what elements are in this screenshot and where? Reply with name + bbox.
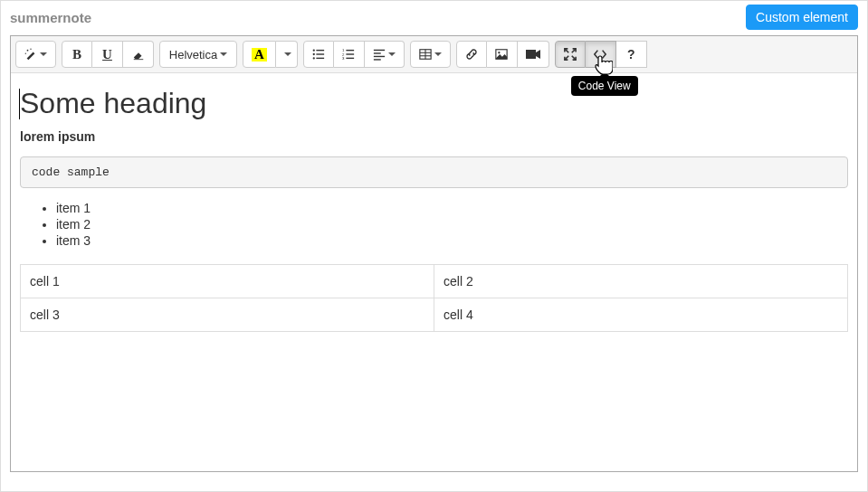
svg-rect-5 [316, 50, 324, 51]
svg-rect-11 [347, 50, 355, 51]
paragraph-group: 123 [303, 41, 405, 68]
color-group: A [243, 41, 298, 68]
bold-button[interactable]: B [62, 41, 92, 68]
color-dropdown[interactable] [276, 41, 298, 68]
fullscreen-button[interactable] [555, 41, 586, 68]
caret-icon [434, 52, 442, 56]
eraser-icon [132, 48, 145, 61]
editor-panel: summernote Custom element B U [0, 0, 868, 492]
style-group [15, 41, 56, 68]
svg-rect-26 [526, 50, 536, 59]
svg-rect-19 [374, 59, 381, 60]
heading-text: Some heading [20, 87, 206, 119]
ordered-list-button[interactable]: 123 [334, 41, 365, 68]
content-heading[interactable]: Some heading [20, 87, 848, 120]
svg-rect-17 [374, 52, 381, 53]
help-icon: ? [627, 47, 635, 62]
list-item[interactable]: item 2 [56, 217, 848, 232]
text-cursor [19, 89, 20, 119]
unordered-list-button[interactable] [303, 41, 334, 68]
panel-title: summernote [10, 10, 91, 25]
editor-toolbar: B U Helvetica [11, 36, 857, 73]
table-icon [419, 48, 432, 61]
custom-element-button[interactable]: Custom element [746, 5, 858, 30]
font-name-dropdown[interactable]: Helvetica [159, 41, 237, 68]
editor-content[interactable]: Some heading lorem ipsum code sample ite… [11, 73, 857, 471]
fullscreen-icon [564, 48, 577, 61]
svg-point-8 [312, 57, 314, 59]
color-button[interactable]: A [243, 41, 276, 68]
picture-icon [495, 48, 508, 61]
magic-button[interactable] [15, 41, 56, 68]
list-ol-icon: 123 [342, 48, 355, 61]
table-row: cell 3 cell 4 [21, 298, 848, 332]
content-table[interactable]: cell 1 cell 2 cell 3 cell 4 [20, 264, 848, 332]
panel-header: summernote Custom element [1, 1, 867, 35]
svg-point-2 [25, 52, 26, 53]
svg-rect-16 [374, 50, 385, 51]
link-button[interactable] [456, 41, 487, 68]
table-group [410, 41, 451, 68]
link-icon [465, 48, 478, 61]
svg-point-1 [30, 49, 31, 50]
codeview-button[interactable] [586, 41, 616, 68]
picture-button[interactable] [487, 41, 518, 68]
font-color-icon: A [252, 48, 267, 62]
svg-rect-15 [347, 58, 355, 59]
list-item[interactable]: item 3 [56, 233, 848, 248]
table-cell[interactable]: cell 2 [434, 265, 848, 298]
content-list[interactable]: item 1 item 2 item 3 [20, 201, 848, 248]
caret-icon [40, 52, 47, 56]
table-row: cell 1 cell 2 [21, 265, 848, 298]
svg-rect-9 [316, 58, 324, 59]
magic-icon [24, 48, 37, 61]
video-button[interactable] [518, 41, 549, 68]
svg-point-6 [312, 53, 314, 55]
svg-rect-3 [133, 59, 143, 60]
list-ul-icon [312, 48, 325, 61]
table-cell[interactable]: cell 3 [21, 298, 434, 332]
bold-icon: B [72, 47, 81, 62]
summernote-editor: B U Helvetica [10, 35, 858, 472]
help-button[interactable]: ? [616, 41, 647, 68]
codeview-tooltip: Code View [571, 76, 638, 96]
underline-button[interactable]: U [92, 41, 123, 68]
font-style-group: B U [62, 41, 154, 68]
paragraph-align-dropdown[interactable] [365, 41, 405, 68]
table-cell[interactable]: cell 4 [434, 298, 848, 332]
clear-format-button[interactable] [123, 41, 154, 68]
svg-point-0 [27, 50, 29, 52]
svg-text:3: 3 [342, 56, 345, 61]
content-bold-line[interactable]: lorem ipsum [20, 129, 848, 144]
caret-icon [220, 52, 227, 56]
table-cell[interactable]: cell 1 [21, 265, 434, 298]
font-name-group: Helvetica [159, 41, 237, 68]
svg-rect-13 [347, 53, 355, 54]
view-group: ? Code View [555, 41, 647, 68]
svg-point-4 [312, 49, 314, 51]
svg-rect-7 [316, 53, 324, 54]
svg-point-25 [499, 52, 501, 53]
svg-rect-18 [374, 56, 385, 57]
insert-group [456, 41, 549, 68]
video-icon [526, 49, 540, 60]
caret-icon [284, 52, 291, 56]
underline-icon: U [102, 47, 112, 62]
align-icon [373, 48, 386, 61]
code-icon [594, 48, 606, 61]
content-code-block[interactable]: code sample [20, 156, 848, 188]
caret-icon [388, 52, 396, 56]
font-name-label: Helvetica [169, 48, 217, 62]
table-dropdown[interactable] [410, 41, 451, 68]
list-item[interactable]: item 1 [56, 201, 848, 215]
